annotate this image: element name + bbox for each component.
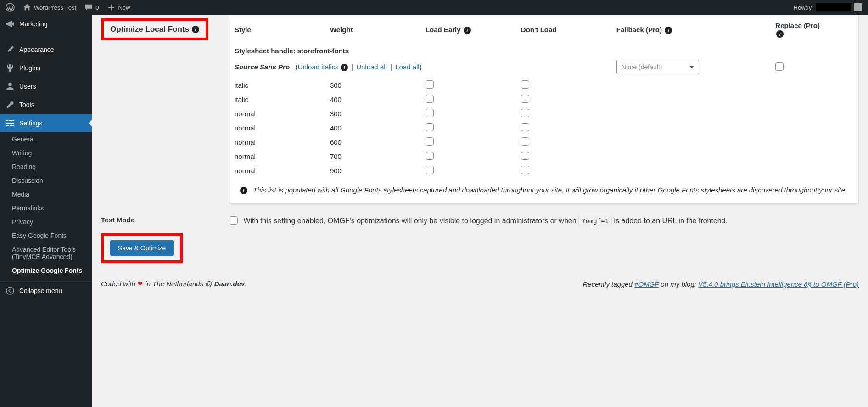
dont-load-checkbox[interactable] <box>521 152 529 160</box>
sidebar-item-tools[interactable]: Tools <box>0 96 92 114</box>
load-early-checkbox[interactable] <box>426 166 434 174</box>
comments-link[interactable]: 0 <box>84 3 99 11</box>
unload-italics-link[interactable]: Unload italics <box>298 63 339 71</box>
optimize-local-fonts-label: Optimize Local Fonts i <box>110 25 199 34</box>
cell-style: normal <box>230 107 325 121</box>
th-dont-load: Don't Load <box>516 15 612 42</box>
cell-style: normal <box>230 164 325 178</box>
submenu-discussion[interactable]: Discussion <box>6 174 92 187</box>
info-icon[interactable]: i <box>776 30 784 38</box>
submenu-writing[interactable]: Writing <box>6 146 92 160</box>
dont-load-checkbox[interactable] <box>521 80 529 89</box>
info-icon[interactable]: i <box>192 26 199 33</box>
optimize-local-fonts-highlight: Optimize Local Fonts i <box>101 18 208 40</box>
sidebar-label: Plugins <box>19 64 40 72</box>
footer-post-link[interactable]: V5.4.0 brings Einstein Intelligence ð§ t… <box>698 280 859 288</box>
test-mode-checkbox[interactable] <box>230 216 238 225</box>
cell-weight: 900 <box>325 164 421 178</box>
sidebar-item-users[interactable]: Users <box>0 77 92 96</box>
load-early-checkbox[interactable] <box>426 152 434 160</box>
footer-hashtag-link[interactable]: #OMGF <box>634 280 659 288</box>
svg-point-2 <box>6 287 14 294</box>
font-variant-row: normal600 <box>230 135 858 149</box>
th-load-early: Load Early i <box>421 15 516 42</box>
submenu-permalinks[interactable]: Permalinks <box>6 201 92 215</box>
th-fallback: Fallback (Pro) i <box>612 15 771 42</box>
info-icon: i <box>240 187 247 194</box>
megaphone-icon <box>6 19 15 28</box>
th-text: Fallback (Pro) <box>616 26 662 34</box>
sidebar-item-plugins[interactable]: Plugins <box>0 59 92 77</box>
th-replace: Replace (Pro)i <box>771 15 858 42</box>
cell-load-early <box>421 92 516 107</box>
dont-load-checkbox[interactable] <box>521 166 529 174</box>
footer-text: on my blog: <box>659 280 698 288</box>
submenu-label-line1: Advanced Editor Tools <box>12 246 76 253</box>
load-early-checkbox[interactable] <box>426 109 434 117</box>
collapse-menu[interactable]: Collapse menu <box>0 281 92 300</box>
test-desc-suffix: is added to an URL in the frontend. <box>614 217 728 225</box>
footer-text: in The Netherlands @ <box>143 280 214 288</box>
sidebar-label: Tools <box>19 101 34 108</box>
fallback-select[interactable]: None (default) <box>616 60 699 74</box>
dont-load-checkbox[interactable] <box>521 109 529 117</box>
cell-weight: 400 <box>325 121 421 135</box>
test-desc-prefix: With this setting enabled, OMGF's optimi… <box>243 217 578 225</box>
collapse-label: Collapse menu <box>19 287 62 294</box>
cell-style: normal <box>230 135 325 149</box>
site-name: WordPress-Test <box>34 4 76 11</box>
cell-style: normal <box>230 121 325 135</box>
sidebar-item-marketing[interactable]: Marketing <box>0 15 92 33</box>
info-icon[interactable]: i <box>665 27 672 34</box>
submenu-optimize-google-fonts[interactable]: Optimize Google Fonts <box>6 264 92 277</box>
save-optimize-button[interactable]: Save & Optimize <box>110 240 174 256</box>
load-all-link[interactable]: Load all <box>395 63 420 71</box>
cell-load-early <box>421 107 516 121</box>
note-text: This list is populated with all Google F… <box>253 186 847 194</box>
dont-load-checkbox[interactable] <box>521 95 529 103</box>
cell-load-early <box>421 135 516 149</box>
submenu-privacy[interactable]: Privacy <box>6 215 92 229</box>
stylesheet-handle: Stylesheet handle: storefront-fonts <box>230 42 858 57</box>
load-early-checkbox[interactable] <box>426 80 434 89</box>
load-early-checkbox[interactable] <box>426 95 434 103</box>
brush-icon <box>6 45 15 54</box>
dont-load-checkbox[interactable] <box>521 123 529 131</box>
wp-logo-link[interactable] <box>6 3 15 12</box>
howdy-link[interactable]: Howdy, <box>794 3 862 11</box>
submenu-media[interactable]: Media <box>6 187 92 201</box>
sidebar-label: Marketing <box>19 20 47 28</box>
font-family-name: Source Sans Pro <box>235 63 290 71</box>
font-variant-row: normal300 <box>230 107 858 121</box>
unload-all-link[interactable]: Unload all <box>356 63 387 71</box>
submenu-easy-google-fonts[interactable]: Easy Google Fonts <box>6 229 92 243</box>
admin-bar: WordPress-Test 0 New Howdy, <box>0 0 868 15</box>
info-icon[interactable]: i <box>464 27 471 34</box>
footer-right: Recently tagged #OMGF on my blog: V5.4.0… <box>583 280 859 288</box>
info-icon[interactable]: i <box>341 64 348 71</box>
submenu-advanced-editor[interactable]: Advanced Editor Tools (TinyMCE Advanced) <box>6 243 92 264</box>
replace-checkbox[interactable] <box>775 62 784 71</box>
load-early-checkbox[interactable] <box>426 137 434 146</box>
cell-dont-load <box>516 92 612 107</box>
cell-style: italic <box>230 78 325 92</box>
submenu-label-line2: (TinyMCE Advanced) <box>12 253 73 260</box>
sidebar-label: Appearance <box>19 46 54 53</box>
submenu-general[interactable]: General <box>6 132 92 146</box>
main-content: Optimize Local Fonts i Style Weight Load… <box>92 0 868 407</box>
load-early-checkbox[interactable] <box>426 123 434 131</box>
test-mode-description: With this setting enabled, OMGF's optimi… <box>230 215 859 227</box>
sidebar-item-appearance[interactable]: Appearance <box>0 40 92 59</box>
cell-weight: 700 <box>325 149 421 164</box>
font-variant-row: italic300 <box>230 78 858 92</box>
cell-load-early <box>421 78 516 92</box>
svg-point-1 <box>8 83 12 86</box>
dont-load-checkbox[interactable] <box>521 137 529 146</box>
wrench-icon <box>6 100 15 109</box>
sidebar-item-settings[interactable]: Settings <box>0 114 92 132</box>
site-link[interactable]: WordPress-Test <box>23 3 76 11</box>
new-link[interactable]: New <box>107 3 130 11</box>
home-icon <box>23 3 31 11</box>
note-box: i This list is populated with all Google… <box>230 178 858 204</box>
submenu-reading[interactable]: Reading <box>6 160 92 174</box>
